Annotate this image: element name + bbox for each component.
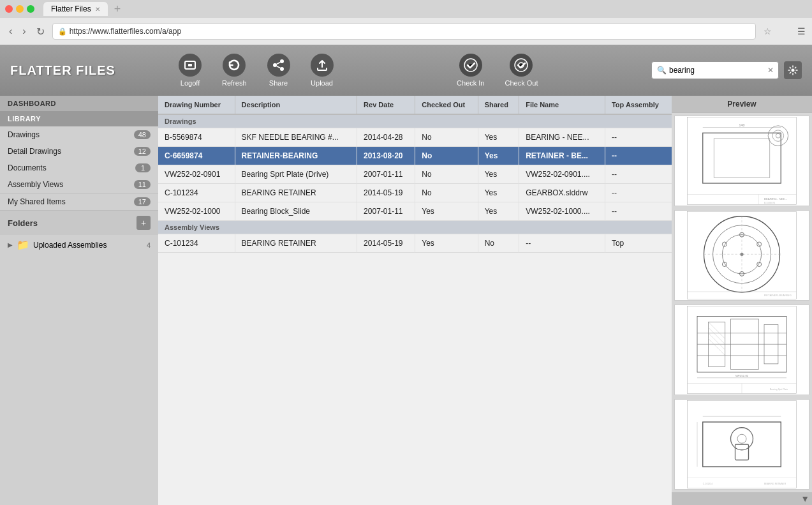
preview-panel: Preview [672,96,812,505]
refresh-button[interactable]: Refresh [212,49,257,92]
preview-scroll-down[interactable]: ▼ [801,494,809,504]
sidebar-item-documents[interactable]: Documents 1 [0,160,158,176]
upload-icon [311,54,334,77]
table-row[interactable]: C-101234 BEARING RETAINER 2014-05-19 No … [158,184,672,202]
detail-drawings-count: 12 [134,147,151,156]
table-row[interactable]: VW252-02-0901 Bearing Sprt Plate (Drive)… [158,165,672,184]
add-folder-button[interactable]: + [137,216,151,230]
preview-thumb-1[interactable]: 140 BEARING - NEE... B-5569874 [674,116,809,206]
checkout-label: Check Out [505,79,538,87]
preview-thumb-2[interactable]: RETAINER-BEARING [674,210,809,301]
search-box[interactable]: 🔍 ✕ [651,61,779,79]
upload-button[interactable]: Upload [300,49,344,92]
svg-text:BEARING RETAINER: BEARING RETAINER [764,483,786,485]
search-container: 🔍 ✕ [651,61,802,79]
browser-title-bar: Flatter Files ✕ + [0,0,812,18]
table-row[interactable]: VW252-02-1000 Bearing Block_Slide 2007-0… [158,202,672,221]
checkin-icon [459,54,482,77]
sidebar-item-detail-drawings[interactable]: Detail Drawings 12 [0,143,158,160]
section-drawings-label: Drawings [158,114,672,128]
browser-nav-bar: ‹ › ↻ 🔒 https://www.flatterfiles.com/a/a… [0,18,812,45]
address-text: https://www.flatterfiles.com/a/app [70,27,750,36]
drawings-count: 48 [134,130,151,139]
col-checked-out[interactable]: Checked Out [415,96,478,114]
toolbar-actions: Logoff Refresh Share Uploa [168,49,802,92]
cell-drawing-number: VW252-02-0901 [158,165,235,184]
col-rev-date[interactable]: Rev Date [357,96,415,114]
folders-header: Folders + [0,210,158,235]
address-bar[interactable]: 🔒 https://www.flatterfiles.com/a/app [52,23,756,40]
col-shared[interactable]: Shared [478,96,519,114]
drawings-label: Drawings [8,130,134,139]
settings-button[interactable] [784,61,802,79]
forward-button[interactable]: › [20,24,28,38]
detail-drawings-label: Detail Drawings [8,147,134,156]
table-row[interactable]: C-101234 BEARING RETAINER 2014-05-19 Yes… [158,234,672,253]
app-logo: FLATTER FILES [10,63,168,78]
cell-file-name: RETAINER - BE... [519,147,605,165]
col-top-assembly[interactable]: Top Assembly [605,96,672,114]
svg-rect-40 [686,305,798,395]
cell-file-name: GEARBOX.slddrw [519,184,605,202]
col-drawing-number[interactable]: Drawing Number [158,96,235,114]
svg-text:140: 140 [739,123,745,127]
share-icon [267,54,290,77]
col-description[interactable]: Description [235,96,357,114]
cell-rev-date: 2007-01-11 [357,202,415,221]
documents-count: 1 [135,163,151,172]
folder-item-uploaded-assemblies[interactable]: ▶ 📁 Uploaded Assemblies 4 [0,235,158,255]
documents-label: Documents [8,163,135,172]
reload-button[interactable]: ↻ [34,24,47,39]
folder-count: 4 [147,241,151,249]
dashboard-header[interactable]: DASHBOARD [0,96,158,111]
shared-label: My Shared Items [8,197,66,206]
lock-icon: 🔒 [58,27,67,36]
close-dot[interactable] [5,5,13,13]
logoff-button[interactable]: Logoff [168,49,212,92]
table-container: Drawing Number Description Rev Date Chec… [158,96,672,505]
table-row[interactable]: B-5569874 SKF NEEDLE BEARING #... 2014-0… [158,128,672,147]
assembly-views-label: Assembly Views [8,180,134,189]
logoff-icon [179,54,202,77]
preview-thumb-4[interactable]: BEARING RETAINER C-101234 [674,399,809,490]
checkout-button[interactable]: Check Out [495,49,549,92]
new-tab-btn[interactable]: + [114,3,121,16]
main-content: DASHBOARD LIBRARY Drawings 48 Detail Dra… [0,96,812,505]
cell-file-name: -- [519,234,605,253]
share-button[interactable]: Share [257,49,300,92]
maximize-dot[interactable] [27,5,34,13]
cell-drawing-number: C-6659874 [158,147,235,165]
col-file-name[interactable]: File Name [519,96,605,114]
refresh-label: Refresh [222,79,247,87]
preview-thumb-3[interactable]: VW252-02 Bearing Sprt Plate [674,305,809,395]
search-clear-icon[interactable]: ✕ [767,66,774,75]
sidebar-item-shared[interactable]: My Shared Items 17 [0,193,158,210]
cell-checked-out: No [415,165,478,184]
checkin-button[interactable]: Check In [447,49,494,92]
back-button[interactable]: ‹ [6,24,15,38]
folder-name: Uploaded Assemblies [33,241,143,250]
cell-description: BEARING RETAINER [235,184,357,202]
sidebar-item-assembly-views[interactable]: Assembly Views 11 [0,176,158,193]
cell-top-assembly: Top [605,234,672,253]
refresh-icon [223,54,246,77]
svg-line-5 [276,63,280,64]
cell-checked-out: No [415,184,478,202]
cell-drawing-number: C-101234 [158,234,235,253]
sidebar-item-drawings[interactable]: Drawings 48 [0,126,158,143]
table-row[interactable]: C-6659874 RETAINER-BEARING 2013-08-20 No… [158,147,672,165]
cell-top-assembly: -- [605,165,672,184]
drawings-table: Drawing Number Description Rev Date Chec… [158,96,672,253]
sidebar: DASHBOARD LIBRARY Drawings 48 Detail Dra… [0,96,158,505]
bookmark-icon[interactable]: ☆ [764,26,772,36]
cell-shared: Yes [478,184,519,202]
menu-icon[interactable]: ☰ [797,26,806,36]
tab-close-icon[interactable]: ✕ [95,6,100,13]
minimize-dot[interactable] [16,5,24,13]
cell-drawing-number: B-5569874 [158,128,235,147]
cell-description: SKF NEEDLE BEARING #... [235,128,357,147]
cell-file-name: VW252-02-0901.... [519,165,605,184]
svg-text:Bearing Sprt Plate: Bearing Sprt Plate [770,388,788,391]
browser-tab[interactable]: Flatter Files ✕ [43,2,108,16]
search-input[interactable] [669,66,765,75]
